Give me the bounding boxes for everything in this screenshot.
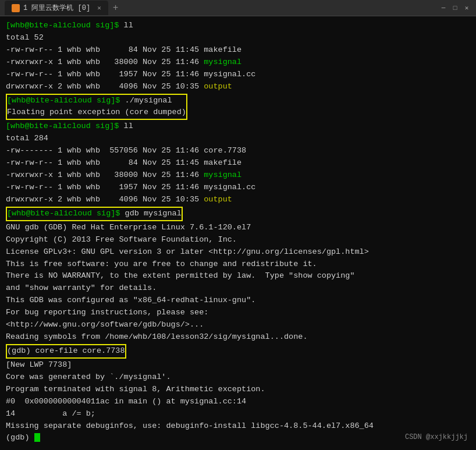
mysignal-label: mysignal [204, 58, 241, 66]
boxed-section-2: [whb@bite-alicloud sig]$ gdb mysignal [6, 207, 183, 221]
terminal-line: (gdb) core-file core.7738 [7, 345, 125, 357]
terminal-cursor [34, 433, 40, 442]
terminal-line: <http://www.gnu.org/software/gdb/bugs/>.… [6, 319, 470, 331]
title-bar: 1 阿里云数学机 [0] ✕ + ─ □ ✕ [0, 0, 476, 16]
terminal-line: Reading symbols from /home/whb/108/lesso… [6, 331, 470, 343]
boxed-section-1: [whb@bite-alicloud sig]$ ./mysignal Floa… [6, 94, 187, 121]
prompt-text: [whb@bite-alicloud sig]$ [6, 21, 119, 30]
tab-close-btn[interactable]: ✕ [97, 4, 101, 12]
cmd-text: ll [119, 21, 133, 30]
terminal-line: Core was generated by `./mysignal'. [6, 371, 470, 384]
close-btn[interactable]: ✕ [462, 3, 471, 13]
terminal-line: and "show warranty" for details. [6, 282, 470, 295]
new-tab-btn[interactable]: + [113, 3, 119, 13]
terminal-line: -rw-rw-r-- 1 whb whb 84 Nov 25 11:45 mak… [6, 157, 470, 169]
terminal-body: [whb@bite-alicloud sig]$ ll total 52 -rw… [0, 16, 476, 450]
terminal-line: -rw-rw-r-- 1 whb whb 84 Nov 25 11:45 mak… [6, 44, 470, 56]
terminal-line: Copyright (C) 2013 Free Software Foundat… [6, 234, 470, 246]
terminal-line: [New LWP 7738] [6, 359, 470, 371]
output-label-2: output [204, 195, 232, 204]
terminal-line: #0 0x00000000004011ac in main () at mysi… [6, 396, 470, 408]
terminal-line: There is NO WARRANTY, to the extent perm… [6, 270, 470, 282]
minimize-btn[interactable]: ─ [439, 3, 448, 13]
terminal-line: 14 a /= b; [6, 408, 470, 420]
terminal-line: Missing separate debuginfos, use: debugi… [6, 420, 470, 433]
terminal-line: -rw------- 1 whb whb 557056 Nov 25 11:46… [6, 145, 470, 157]
terminal-tab[interactable]: 1 阿里云数学机 [0] ✕ [5, 1, 108, 15]
terminal-line: For bug reporting instructions, please s… [6, 307, 470, 319]
terminal-line: (gdb) [6, 432, 470, 444]
terminal-line: -rwxrwxr-x 1 whb whb 38000 Nov 25 11:46 … [6, 56, 470, 69]
terminal-line: This GDB was configured as "x86_64-redha… [6, 295, 470, 307]
tab-label: 1 阿里云数学机 [0] [23, 3, 90, 13]
output-label: output [204, 82, 232, 91]
terminal-line: License GPLv3+: GNU GPL version 3 or lat… [6, 246, 470, 258]
terminal-line: -rwxrwxr-x 1 whb whb 38000 Nov 25 11:46 … [6, 169, 470, 182]
boxed-section-3: (gdb) core-file core.7738 [6, 344, 126, 359]
terminal-line: [whb@bite-alicloud sig]$ ./mysignal [7, 95, 186, 107]
mysignal-label-2: mysignal [204, 171, 241, 179]
window-controls: ─ □ ✕ [439, 3, 471, 13]
terminal-line: total 284 [6, 133, 470, 145]
terminal-line: -rw-rw-r-- 1 whb whb 1957 Nov 25 11:46 m… [6, 182, 470, 194]
terminal-line: drwxrwxr-x 2 whb whb 4096 Nov 25 10:35 o… [6, 81, 470, 93]
terminal-line: drwxrwxr-x 2 whb whb 4096 Nov 25 10:35 o… [6, 194, 470, 206]
watermark: CSDN @xxjkkjjkj [405, 432, 468, 443]
terminal-line: GNU gdb (GDB) Red Hat Enterprise Linux 7… [6, 222, 470, 234]
terminal-line: This is free software: you are free to c… [6, 258, 470, 271]
terminal-line: total 52 [6, 32, 470, 44]
terminal-line: -rw-rw-r-- 1 whb whb 1957 Nov 25 11:46 m… [6, 69, 470, 81]
terminal-line: [whb@bite-alicloud sig]$ ll [6, 20, 470, 32]
terminal-line: Floating point exception (core dumped) [7, 107, 186, 119]
tab-icon [12, 4, 20, 12]
terminal-line: Program terminated with signal 8, Arithm… [6, 384, 470, 396]
maximize-btn[interactable]: □ [450, 3, 460, 13]
terminal-line: [whb@bite-alicloud sig]$ ll [6, 121, 470, 133]
terminal-line: [whb@bite-alicloud sig]$ gdb mysignal [7, 208, 182, 220]
